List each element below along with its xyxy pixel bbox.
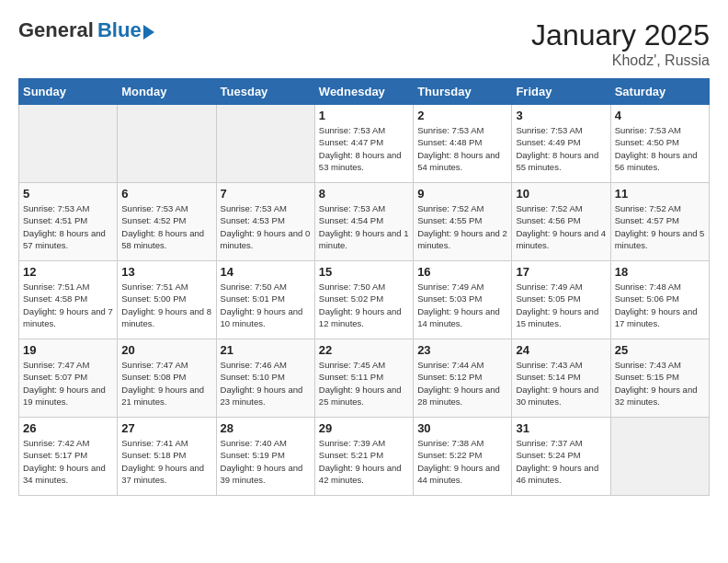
calendar-cell: 10 Sunrise: 7:52 AMSunset: 4:56 PMDaylig… [512,183,610,261]
day-number: 27 [121,421,211,435]
day-number: 2 [417,109,507,122]
day-number: 8 [319,187,409,201]
day-number: 11 [615,187,705,201]
calendar-cell: 11 Sunrise: 7:52 AMSunset: 4:57 PMDaylig… [610,183,709,261]
cell-content: Sunrise: 7:52 AMSunset: 4:55 PMDaylight:… [417,202,507,251]
month-title: January 2025 [531,18,710,52]
calendar-cell: 24 Sunrise: 7:43 AMSunset: 5:14 PMDaylig… [512,339,610,418]
cell-content: Sunrise: 7:48 AMSunset: 5:06 PMDaylight:… [615,281,705,329]
calendar-cell: 13 Sunrise: 7:51 AMSunset: 5:00 PMDaylig… [118,261,216,339]
logo: General Blue [18,18,154,42]
calendar-cell: 6 Sunrise: 7:53 AMSunset: 4:52 PMDayligh… [118,183,216,261]
day-number: 7 [221,187,311,201]
header-day-friday: Friday [512,79,610,105]
calendar-cell: 21 Sunrise: 7:46 AMSunset: 5:10 PMDaylig… [216,339,314,418]
day-number: 16 [417,265,507,279]
header-day-wednesday: Wednesday [314,79,413,105]
day-number: 1 [319,109,409,122]
calendar-cell: 26 Sunrise: 7:42 AMSunset: 5:17 PMDaylig… [19,418,118,496]
cell-content: Sunrise: 7:53 AMSunset: 4:53 PMDaylight:… [221,202,311,251]
cell-content: Sunrise: 7:43 AMSunset: 5:15 PMDaylight:… [615,359,705,408]
cell-content: Sunrise: 7:52 AMSunset: 4:56 PMDaylight:… [516,202,606,251]
calendar-cell [216,105,314,183]
calendar-cell: 18 Sunrise: 7:48 AMSunset: 5:06 PMDaylig… [610,261,709,339]
calendar-cell: 5 Sunrise: 7:53 AMSunset: 4:51 PMDayligh… [19,183,118,261]
calendar-cell: 7 Sunrise: 7:53 AMSunset: 4:53 PMDayligh… [216,183,314,261]
day-number: 12 [23,265,113,279]
title-block: January 2025 Khodz', Russia [531,18,710,69]
cell-content: Sunrise: 7:40 AMSunset: 5:19 PMDaylight:… [221,437,311,486]
cell-content: Sunrise: 7:50 AMSunset: 5:01 PMDaylight:… [221,281,311,329]
cell-content: Sunrise: 7:53 AMSunset: 4:54 PMDaylight:… [319,202,409,251]
day-number: 26 [23,421,113,435]
day-number: 3 [516,109,606,122]
header-day-monday: Monday [118,79,216,105]
day-number: 29 [319,421,409,435]
calendar-cell: 25 Sunrise: 7:43 AMSunset: 5:15 PMDaylig… [610,339,709,418]
day-number: 14 [221,265,311,279]
calendar-cell [610,418,709,496]
calendar-cell: 29 Sunrise: 7:39 AMSunset: 5:21 PMDaylig… [314,418,413,496]
calendar-cell: 30 Sunrise: 7:38 AMSunset: 5:22 PMDaylig… [414,418,512,496]
day-number: 22 [319,343,409,357]
day-number: 28 [221,421,311,435]
day-number: 13 [121,265,211,279]
day-number: 6 [121,187,211,201]
day-number: 10 [516,187,606,201]
header-day-tuesday: Tuesday [216,79,314,105]
cell-content: Sunrise: 7:53 AMSunset: 4:52 PMDaylight:… [121,202,211,251]
cell-content: Sunrise: 7:53 AMSunset: 4:51 PMDaylight:… [23,202,113,251]
cell-content: Sunrise: 7:53 AMSunset: 4:49 PMDaylight:… [516,124,606,173]
cell-content: Sunrise: 7:47 AMSunset: 5:08 PMDaylight:… [121,359,211,408]
calendar-table: SundayMondayTuesdayWednesdayThursdayFrid… [18,78,710,496]
cell-content: Sunrise: 7:45 AMSunset: 5:11 PMDaylight:… [319,359,409,408]
day-number: 9 [417,187,507,201]
calendar-cell: 23 Sunrise: 7:44 AMSunset: 5:12 PMDaylig… [414,339,512,418]
cell-content: Sunrise: 7:41 AMSunset: 5:18 PMDaylight:… [121,437,211,486]
cell-content: Sunrise: 7:46 AMSunset: 5:10 PMDaylight:… [221,359,311,408]
location-text: Khodz', Russia [531,52,710,69]
day-number: 4 [615,109,705,122]
calendar-cell: 16 Sunrise: 7:49 AMSunset: 5:03 PMDaylig… [414,261,512,339]
cell-content: Sunrise: 7:37 AMSunset: 5:24 PMDaylight:… [516,437,606,486]
day-number: 5 [23,187,113,201]
calendar-cell: 4 Sunrise: 7:53 AMSunset: 4:50 PMDayligh… [610,105,709,183]
calendar-week-row: 19 Sunrise: 7:47 AMSunset: 5:07 PMDaylig… [19,339,710,418]
day-number: 20 [121,343,211,357]
day-number: 17 [516,265,606,279]
calendar-week-row: 12 Sunrise: 7:51 AMSunset: 4:58 PMDaylig… [19,261,710,339]
cell-content: Sunrise: 7:53 AMSunset: 4:47 PMDaylight:… [319,124,409,173]
header-day-saturday: Saturday [610,79,709,105]
calendar-cell: 22 Sunrise: 7:45 AMSunset: 5:11 PMDaylig… [314,339,413,418]
cell-content: Sunrise: 7:52 AMSunset: 4:57 PMDaylight:… [615,202,705,251]
calendar-cell: 31 Sunrise: 7:37 AMSunset: 5:24 PMDaylig… [512,418,610,496]
page-header: General Blue January 2025 Khodz', Russia [18,18,710,69]
calendar-cell: 2 Sunrise: 7:53 AMSunset: 4:48 PMDayligh… [414,105,512,183]
calendar-cell [118,105,216,183]
day-number: 21 [221,343,311,357]
day-number: 18 [615,265,705,279]
cell-content: Sunrise: 7:50 AMSunset: 5:02 PMDaylight:… [319,281,409,329]
cell-content: Sunrise: 7:39 AMSunset: 5:21 PMDaylight:… [319,437,409,486]
calendar-cell: 14 Sunrise: 7:50 AMSunset: 5:01 PMDaylig… [216,261,314,339]
calendar-cell: 1 Sunrise: 7:53 AMSunset: 4:47 PMDayligh… [314,105,413,183]
calendar-cell: 19 Sunrise: 7:47 AMSunset: 5:07 PMDaylig… [19,339,118,418]
cell-content: Sunrise: 7:51 AMSunset: 5:00 PMDaylight:… [121,281,211,329]
calendar-cell: 9 Sunrise: 7:52 AMSunset: 4:55 PMDayligh… [414,183,512,261]
header-day-sunday: Sunday [19,79,118,105]
cell-content: Sunrise: 7:53 AMSunset: 4:48 PMDaylight:… [417,124,507,173]
calendar-cell: 12 Sunrise: 7:51 AMSunset: 4:58 PMDaylig… [19,261,118,339]
cell-content: Sunrise: 7:49 AMSunset: 5:05 PMDaylight:… [516,281,606,329]
day-number: 24 [516,343,606,357]
day-number: 15 [319,265,409,279]
day-number: 23 [417,343,507,357]
day-number: 31 [516,421,606,435]
calendar-week-row: 1 Sunrise: 7:53 AMSunset: 4:47 PMDayligh… [19,105,710,183]
calendar-cell: 28 Sunrise: 7:40 AMSunset: 5:19 PMDaylig… [216,418,314,496]
logo-arrow-icon [143,25,154,40]
calendar-cell [19,105,118,183]
cell-content: Sunrise: 7:43 AMSunset: 5:14 PMDaylight:… [516,359,606,408]
calendar-cell: 8 Sunrise: 7:53 AMSunset: 4:54 PMDayligh… [314,183,413,261]
cell-content: Sunrise: 7:44 AMSunset: 5:12 PMDaylight:… [417,359,507,408]
cell-content: Sunrise: 7:53 AMSunset: 4:50 PMDaylight:… [615,124,705,173]
